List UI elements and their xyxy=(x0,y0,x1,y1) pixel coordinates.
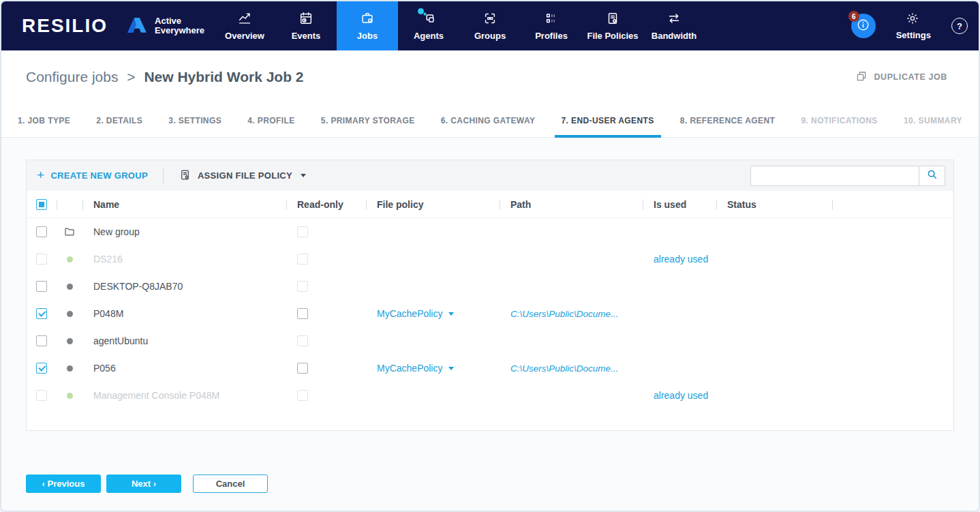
active-everywhere-logo-icon xyxy=(125,14,149,37)
search-button[interactable] xyxy=(919,166,945,185)
calendar-icon xyxy=(298,11,313,26)
readonly-checkbox[interactable] xyxy=(297,363,308,374)
row-select-checkbox[interactable] xyxy=(36,226,47,237)
column-header-readonly: Read-only xyxy=(286,191,366,218)
table-row: DESKTOP-Q8JAB70 xyxy=(27,273,953,300)
nav-items: Overview Events Jobs Agents Groups Profi… xyxy=(214,1,705,50)
tab-5-primary-storage[interactable]: 5. PRIMARY STORAGE xyxy=(314,104,422,137)
nav-item-overview[interactable]: Overview xyxy=(214,1,275,50)
row-select-checkbox xyxy=(36,390,47,401)
readonly-checkbox[interactable] xyxy=(297,308,308,319)
arrows-icon xyxy=(667,11,682,26)
tab-8-reference-agent[interactable]: 8. REFERENCE AGENT xyxy=(673,104,782,137)
tab-3-settings[interactable]: 3. SETTINGS xyxy=(162,104,228,137)
document-gear-icon xyxy=(605,11,620,26)
agent-name: agentUbuntu xyxy=(93,335,148,346)
column-header-is-used: Is used xyxy=(643,191,716,218)
notifications-button[interactable]: 6 xyxy=(851,14,876,38)
app-window: RESILIO Active Everywhere Overview Event… xyxy=(0,0,980,512)
row-select-checkbox[interactable] xyxy=(36,281,47,292)
product-name: Active Everywhere xyxy=(155,16,204,35)
page-title: New Hybrid Work Job 2 xyxy=(144,69,303,85)
copy-icon xyxy=(855,70,868,85)
nav-item-profiles[interactable]: Profiles xyxy=(521,1,582,50)
column-header-file-policy: File policy xyxy=(366,191,500,218)
agent-name: Management Console P048M xyxy=(93,390,219,401)
tab-6-caching-gateway[interactable]: 6. CACHING GATEWAY xyxy=(434,104,542,137)
panel-toolbar: + CREATE NEW GROUP ASSIGN FILE POLICY xyxy=(27,160,953,191)
agent-name: P048M xyxy=(93,308,123,319)
file-policy-dropdown[interactable]: MyCachePolicy xyxy=(377,308,454,319)
nav-item-events[interactable]: Events xyxy=(275,1,337,50)
search-input[interactable] xyxy=(751,166,919,185)
breadcrumb-parent-link[interactable]: Configure jobs xyxy=(26,69,118,85)
breadcrumb-separator: > xyxy=(127,69,135,85)
nav-item-groups[interactable]: Groups xyxy=(459,1,521,50)
table-header: Name Read-only File policy Path Is used … xyxy=(27,191,953,218)
tab-7-end-user-agents[interactable]: 7. END-USER AGENTS xyxy=(555,104,661,137)
table-row: New group xyxy=(27,218,953,245)
toolbar-divider xyxy=(163,168,164,183)
info-icon xyxy=(856,18,870,35)
file-policy-dropdown[interactable]: MyCachePolicy xyxy=(377,363,454,374)
row-select-checkbox xyxy=(36,254,47,265)
next-button[interactable]: Next › xyxy=(106,475,181,493)
table-row: agentUbuntu xyxy=(27,327,953,355)
nav-item-bandwidth[interactable]: Bandwidth xyxy=(643,1,705,50)
agent-status-dot xyxy=(67,365,73,372)
search-icon xyxy=(926,168,938,183)
column-header-name: Name xyxy=(82,191,286,218)
active-everywhere-logo: Active Everywhere xyxy=(125,14,204,37)
nav-item-file-policies[interactable]: File Policies xyxy=(582,1,643,50)
brand: RESILIO Active Everywhere xyxy=(1,1,204,50)
cancel-button[interactable]: Cancel xyxy=(193,475,268,493)
help-icon[interactable]: ? xyxy=(951,18,968,34)
chevron-down-icon xyxy=(301,174,306,177)
content-area: + CREATE NEW GROUP ASSIGN FILE POLICY xyxy=(1,138,979,511)
agent-name: DESKTOP-Q8JAB70 xyxy=(93,281,183,292)
devices-icon xyxy=(421,11,436,26)
chart-icon xyxy=(237,11,252,26)
readonly-checkbox xyxy=(297,335,308,346)
agent-status-dot xyxy=(67,393,73,399)
row-select-checkbox[interactable] xyxy=(36,308,47,319)
file-policy-icon xyxy=(179,168,192,183)
search-box xyxy=(750,166,945,186)
select-all-checkbox[interactable] xyxy=(36,199,47,210)
tab-10-summary: 10. SUMMARY xyxy=(897,104,969,137)
tab-4-profile[interactable]: 4. PROFILE xyxy=(241,104,301,137)
agent-name: DS216 xyxy=(93,254,123,265)
readonly-checkbox xyxy=(297,226,308,237)
previous-button[interactable]: ‹ Previous xyxy=(26,475,101,493)
agent-status-dot xyxy=(67,256,73,262)
nav-item-jobs[interactable]: Jobs xyxy=(337,1,398,50)
path-link[interactable]: C:\Users\Public\Docume... xyxy=(510,363,618,374)
table-body: New group DS216 already used DESKTOP-Q8J… xyxy=(27,218,953,409)
readonly-checkbox xyxy=(297,390,308,401)
breadcrumb: Configure jobs > New Hybrid Work Job 2 xyxy=(26,69,304,85)
nav-item-agents[interactable]: Agents xyxy=(398,1,459,50)
gear-icon xyxy=(906,12,921,27)
top-nav: RESILIO Active Everywhere Overview Event… xyxy=(1,1,979,50)
is-used-label: already used xyxy=(654,390,708,401)
nav-right: 6 Settings ? xyxy=(851,1,979,50)
resilio-wordmark: RESILIO xyxy=(22,15,108,37)
path-link[interactable]: C:\Users\Public\Docume... xyxy=(510,309,618,319)
briefcase-icon xyxy=(360,11,375,26)
row-select-checkbox[interactable] xyxy=(36,335,47,346)
page-head: Configure jobs > New Hybrid Work Job 2 D… xyxy=(1,50,979,104)
tab-1-job-type[interactable]: 1. JOB TYPE xyxy=(11,104,77,137)
assign-file-policy-dropdown[interactable]: ASSIGN FILE POLICY xyxy=(179,168,306,183)
duplicate-job-button[interactable]: DUPLICATE JOB xyxy=(855,70,947,85)
agent-status-dot xyxy=(67,311,73,317)
plus-icon: + xyxy=(37,168,44,181)
row-select-checkbox[interactable] xyxy=(36,363,47,374)
tab-2-details[interactable]: 2. DETAILS xyxy=(89,104,149,137)
chevron-down-icon xyxy=(448,367,454,370)
nav-item-settings[interactable]: Settings xyxy=(896,12,931,40)
create-new-group-button[interactable]: + CREATE NEW GROUP xyxy=(37,170,148,181)
selection-icon xyxy=(483,11,497,26)
table-row: DS216 already used xyxy=(27,245,953,273)
table-row: P056 MyCachePolicy C:\Users\Public\Docum… xyxy=(27,355,953,382)
tab-9-notifications: 9. NOTIFICATIONS xyxy=(795,104,885,137)
